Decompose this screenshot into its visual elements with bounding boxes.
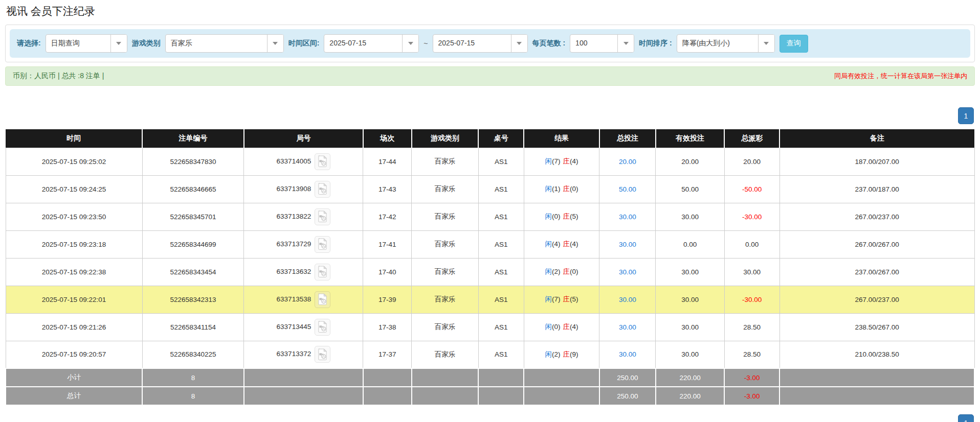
- cell-game-type: 百家乐: [412, 230, 479, 258]
- cell-payout: 20.00: [724, 148, 779, 175]
- cell-total-bet: 30.00: [599, 341, 656, 368]
- result-player-label: 闲: [545, 157, 552, 165]
- caret-down-icon: [517, 42, 522, 45]
- cell-total-bet: 30.00: [599, 286, 656, 313]
- date-from-dropdown-button[interactable]: [402, 35, 418, 52]
- result-player-label: 闲: [545, 268, 552, 275]
- footer-empty: [478, 387, 524, 405]
- video-replay-button[interactable]: [315, 236, 330, 253]
- cell-round-id: 633713372: [244, 341, 363, 368]
- query-type-dropdown-button[interactable]: [110, 35, 127, 52]
- per-page-select[interactable]: 100: [570, 34, 634, 53]
- date-to-dropdown-button[interactable]: [511, 35, 527, 52]
- game-type-select[interactable]: 百家乐: [165, 34, 284, 53]
- cell-round-id: 633713632: [244, 258, 363, 286]
- result-player-label: 闲: [545, 350, 552, 358]
- footer-label: 总计: [6, 387, 142, 405]
- footer-count: 8: [142, 368, 244, 387]
- round-id: 633714005: [277, 157, 311, 165]
- table-header-row: 时间注单编号局号场次游戏类别桌号结果总投注有效投注总派彩备注: [6, 129, 974, 148]
- footer-payout: -3.00: [724, 368, 779, 387]
- page-1-button[interactable]: 1: [958, 414, 974, 422]
- cell-result: 闲(7)庄(5): [524, 286, 599, 313]
- time-range-label: 时间区间:: [288, 39, 320, 48]
- cell-note: 237.00/267.00: [779, 258, 974, 286]
- search-button[interactable]: 查询: [779, 35, 808, 53]
- result-banker-score: (0): [570, 268, 578, 275]
- round-id: 633713729: [277, 240, 311, 248]
- game-type-value: 百家乐: [166, 35, 267, 52]
- cell-valid-bet: 30.00: [656, 313, 724, 341]
- result-player-label: 闲: [545, 240, 552, 248]
- total-bet-link[interactable]: 30.00: [619, 350, 636, 358]
- result-player-score: (2): [552, 350, 561, 358]
- round-id: 633713822: [277, 213, 311, 220]
- cell-table-no: AS1: [478, 230, 524, 258]
- cell-table-no: AS1: [478, 203, 524, 230]
- summary-note: 同局有效投注，统一计算在该局第一张注单内: [834, 72, 967, 81]
- footer-empty: [244, 368, 363, 387]
- total-bet-link[interactable]: 30.00: [619, 268, 636, 276]
- result-player-label: 闲: [545, 323, 552, 331]
- cell-game-type: 百家乐: [412, 148, 479, 175]
- time-sort-select[interactable]: 降幂(由大到小): [677, 34, 775, 53]
- cell-time: 2025-07-15 09:24:25: [6, 175, 142, 203]
- time-sort-dropdown-button[interactable]: [758, 35, 774, 52]
- cell-table-no: AS1: [478, 175, 524, 203]
- per-page-dropdown-button[interactable]: [617, 35, 634, 52]
- cell-valid-bet: 30.00: [656, 258, 724, 286]
- bet-records-table: 时间注单编号局号场次游戏类别桌号结果总投注有效投注总派彩备注 2025-07-1…: [5, 129, 975, 406]
- result-player-label: 闲: [545, 295, 552, 303]
- page-title: 视讯 会员下注纪录: [5, 0, 975, 25]
- cell-session: 17-37: [363, 341, 412, 368]
- video-replay-button[interactable]: [315, 346, 330, 363]
- result-player-label: 闲: [545, 213, 552, 220]
- date-from-select[interactable]: 2025-07-15: [324, 34, 419, 53]
- cell-table-no: AS1: [478, 258, 524, 286]
- video-replay-button[interactable]: [315, 319, 330, 336]
- total-bet-link[interactable]: 30.00: [619, 296, 636, 303]
- total-bet-link[interactable]: 30.00: [619, 323, 636, 331]
- page-1-button[interactable]: 1: [958, 107, 974, 124]
- video-replay-button[interactable]: [315, 208, 330, 225]
- game-type-dropdown-button[interactable]: [267, 35, 283, 52]
- total-bet-link[interactable]: 20.00: [619, 158, 636, 166]
- cell-result: 闲(7)庄(4): [524, 148, 599, 175]
- result-player-score: (1): [552, 185, 561, 193]
- cell-note: 187.00/207.00: [779, 148, 974, 175]
- table-row: 2025-07-15 09:22:01 522658342313 6337135…: [6, 286, 974, 313]
- query-type-select[interactable]: 日期查询: [46, 34, 127, 53]
- cell-time: 2025-07-15 09:23:18: [6, 230, 142, 258]
- cell-time: 2025-07-15 09:23:50: [6, 203, 142, 230]
- result-player-score: (7): [552, 157, 561, 165]
- cell-total-bet: 20.00: [599, 148, 656, 175]
- cell-payout: -30.00: [724, 286, 779, 313]
- video-replay-button[interactable]: [315, 291, 330, 308]
- date-from-value: 2025-07-15: [324, 35, 402, 52]
- filter-bar: 请选择: 日期查询 游戏类别 百家乐 时间区间: 2025-07-15 ~ 20…: [10, 29, 970, 58]
- date-range-separator: ~: [424, 39, 428, 48]
- total-bet-link[interactable]: 50.00: [619, 185, 636, 193]
- cell-session: 17-40: [363, 258, 412, 286]
- round-id: 633713445: [277, 323, 311, 331]
- date-to-select[interactable]: 2025-07-15: [433, 34, 528, 53]
- cell-valid-bet: 30.00: [656, 286, 724, 313]
- video-replay-button[interactable]: [315, 264, 330, 280]
- column-header: 桌号: [478, 129, 524, 148]
- round-id: 633713372: [277, 350, 311, 358]
- column-header: 局号: [244, 129, 363, 148]
- per-page-label: 每页笔数 :: [532, 39, 566, 48]
- result-banker-score: (4): [570, 240, 578, 248]
- column-header: 注单编号: [142, 129, 244, 148]
- result-banker-label: 庄: [563, 157, 570, 165]
- cell-valid-bet: 20.00: [656, 148, 724, 175]
- cell-result: 闲(2)庄(0): [524, 258, 599, 286]
- cell-total-bet: 30.00: [599, 230, 656, 258]
- total-bet-link[interactable]: 30.00: [619, 241, 636, 248]
- video-replay-button[interactable]: [315, 181, 330, 198]
- result-banker-score: (4): [570, 323, 578, 331]
- total-bet-link[interactable]: 30.00: [619, 213, 636, 221]
- per-page-value: 100: [570, 35, 617, 52]
- video-file-icon: [318, 183, 327, 195]
- video-replay-button[interactable]: [315, 153, 330, 170]
